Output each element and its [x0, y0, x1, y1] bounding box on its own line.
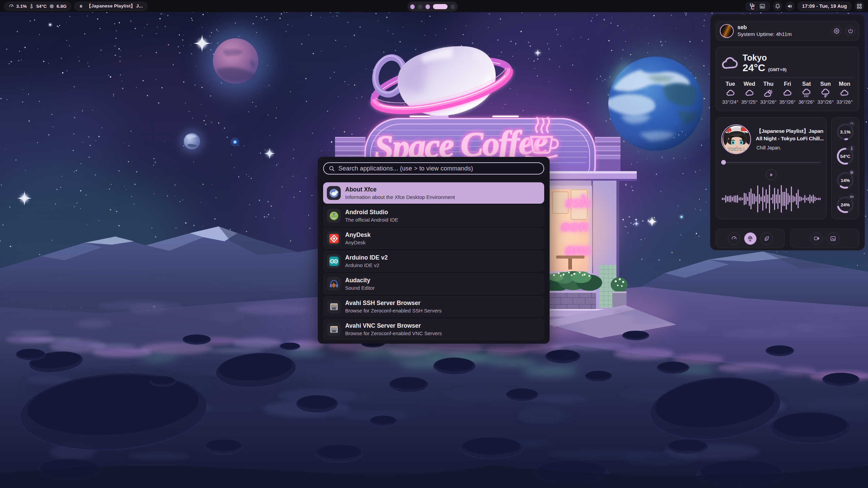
svg-text:24%: 24%: [841, 202, 850, 207]
svg-text:54°C: 54°C: [840, 154, 850, 159]
svg-text:oon: oon: [561, 216, 589, 235]
svg-text:esh: esh: [566, 192, 590, 211]
svg-text:3.1%: 3.1%: [840, 129, 851, 135]
svg-text:14%: 14%: [841, 178, 850, 183]
svg-text:TOKYO L: TOKYO L: [728, 147, 746, 152]
